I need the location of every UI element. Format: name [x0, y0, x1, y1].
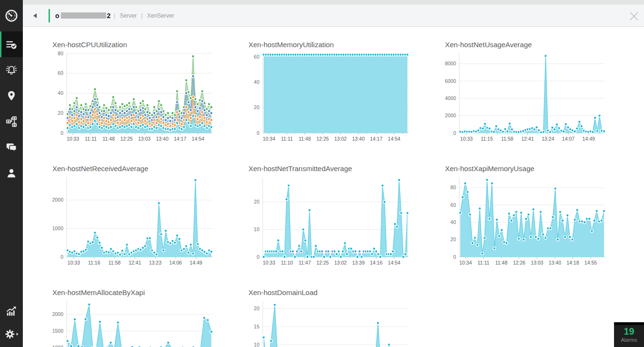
svg-text:10: 10 [254, 226, 259, 232]
header: o 2 | Server | XenServer [23, 5, 644, 27]
svg-text:13:02: 13:02 [334, 260, 347, 265]
svg-text:80: 80 [450, 184, 456, 190]
area-chart-net-transmitted: 0102010:3311:1011:4712:2513:0213:3914:16… [243, 174, 412, 272]
svg-text:10:33: 10:33 [263, 260, 275, 265]
svg-text:12:25: 12:25 [317, 260, 329, 265]
chart-title: Xen-hostNetTransmittedAverage [243, 164, 419, 174]
gauge-logo-icon [4, 9, 19, 23]
svg-text:12:41: 12:41 [129, 260, 141, 265]
back-button[interactable] [31, 12, 38, 19]
svg-text:20: 20 [450, 236, 456, 242]
sidebar-item-users[interactable] [0, 160, 23, 186]
svg-text:0: 0 [60, 130, 63, 136]
svg-text:14:17: 14:17 [370, 136, 382, 142]
sidebar-item-maps[interactable] [0, 83, 23, 109]
list-check-icon [5, 38, 18, 51]
gear-icon [4, 328, 19, 340]
svg-text:0: 0 [257, 130, 259, 136]
bell-alert-icon [5, 64, 18, 76]
chart-card-cpu-utilization: Xen-hostCPUUtilization 02040608010:3311:… [47, 40, 223, 160]
sidebar-item-alarms[interactable] [0, 57, 23, 83]
breadcrumb: | Server | XenServer [114, 12, 174, 19]
svg-text:11:11: 11:11 [477, 260, 489, 265]
chart-title: Xen-hostCPUUtilization [47, 40, 223, 51]
svg-text:0: 0 [453, 254, 456, 260]
svg-text:60: 60 [450, 202, 456, 208]
close-button[interactable] [629, 11, 639, 21]
svg-text:10:33: 10:33 [460, 136, 473, 142]
sidebar-item-reports[interactable] [0, 300, 23, 322]
sidebar-item-topology[interactable] [0, 109, 23, 134]
svg-text:40: 40 [450, 219, 456, 225]
svg-text:13:40: 13:40 [352, 136, 365, 142]
svg-text:13:03: 13:03 [531, 260, 543, 265]
svg-text:12:26: 12:26 [513, 260, 525, 265]
svg-text:11:48: 11:48 [102, 136, 115, 142]
svg-text:2000: 2000 [445, 112, 456, 118]
chart-card-xapi-memory: Xen-hostXapiMemoryUsage 02040608010:3411… [439, 164, 615, 284]
svg-text:0: 0 [60, 254, 63, 260]
app-logo[interactable] [0, 0, 23, 31]
sidebar [0, 0, 23, 347]
svg-text:0: 0 [453, 130, 456, 136]
topology-icon [5, 115, 18, 128]
area-chart-mem-allocate: 100015002000 [47, 298, 216, 347]
svg-text:14:54: 14:54 [192, 136, 204, 142]
svg-text:11:10: 11:10 [281, 260, 293, 265]
close-icon [629, 11, 639, 21]
chart-card-memory-utilization: Xen-hostMemoryUtilization 020406010:3411… [243, 40, 419, 160]
app-window: o 2 | Server | XenServer Xen-hostCPUUtil… [0, 0, 644, 347]
trend-chart-icon [5, 305, 18, 317]
svg-text:13:40: 13:40 [549, 260, 561, 265]
svg-text:14:16: 14:16 [370, 260, 382, 265]
svg-text:20: 20 [58, 110, 63, 116]
svg-text:0: 0 [257, 254, 259, 260]
caret-right-icon [17, 333, 19, 336]
user-icon [5, 167, 18, 179]
chart-title: Xen-hostNetUsageAverage [439, 40, 615, 51]
svg-text:4000: 4000 [445, 95, 456, 101]
svg-text:10:34: 10:34 [459, 260, 472, 265]
svg-text:13:39: 13:39 [352, 260, 365, 265]
redacted-text [61, 12, 106, 19]
svg-text:2000: 2000 [52, 197, 64, 203]
sidebar-item-monitors[interactable] [0, 31, 23, 57]
svg-text:60: 60 [254, 54, 259, 60]
svg-text:11:15: 11:15 [481, 136, 493, 142]
svg-text:14:17: 14:17 [174, 136, 186, 142]
svg-text:40: 40 [254, 79, 259, 85]
svg-text:11:11: 11:11 [281, 136, 293, 142]
breadcrumb-separator: | [114, 12, 115, 19]
breadcrumb-item-server: Server [120, 12, 137, 19]
svg-text:1500: 1500 [52, 328, 64, 334]
alarms-badge[interactable]: 19 Alarms [614, 322, 644, 347]
svg-text:6000: 6000 [445, 78, 456, 84]
svg-text:14:49: 14:49 [583, 136, 595, 142]
svg-text:11:16: 11:16 [88, 260, 100, 265]
svg-text:10:33: 10:33 [68, 260, 80, 265]
svg-text:13:23: 13:23 [149, 260, 161, 265]
map-pin-icon [5, 90, 18, 102]
svg-text:14:07: 14:07 [562, 136, 575, 142]
svg-text:12:41: 12:41 [521, 136, 534, 142]
svg-text:10:33: 10:33 [67, 136, 79, 142]
svg-text:12:25: 12:25 [317, 136, 329, 142]
sidebar-item-settings[interactable] [0, 323, 23, 345]
svg-text:11:58: 11:58 [109, 260, 121, 265]
svg-text:13:03: 13:03 [138, 136, 150, 142]
svg-text:1000: 1000 [52, 345, 64, 347]
svg-text:14:54: 14:54 [388, 136, 400, 142]
svg-text:11:58: 11:58 [501, 136, 514, 142]
svg-text:80: 80 [58, 51, 63, 56]
alarm-count: 19 [614, 326, 644, 337]
title-suffix: 2 [107, 12, 111, 20]
svg-text:14:18: 14:18 [566, 260, 579, 265]
chart-card-net-received: Xen-hostNetReceivedAverage 01000200010:3… [47, 164, 223, 284]
page-title: o 2 | Server | XenServer [55, 12, 174, 20]
area-chart-net-usage: 0200040006000800010:3311:1511:5812:4113:… [439, 51, 609, 148]
svg-text:11:48: 11:48 [298, 136, 311, 142]
sidebar-item-chat[interactable] [0, 134, 23, 160]
svg-text:13:02: 13:02 [334, 136, 347, 142]
svg-text:40: 40 [58, 90, 63, 96]
area-chart-domain-load: 101520 [243, 298, 412, 347]
